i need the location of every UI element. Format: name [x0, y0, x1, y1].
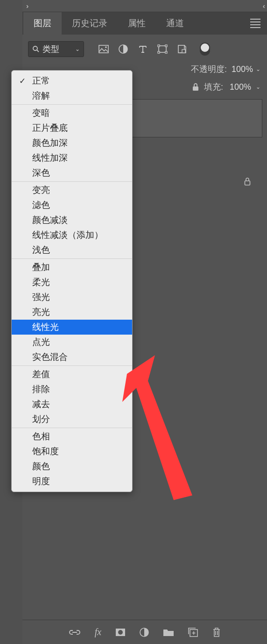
blend-divide[interactable]: 划分 — [12, 412, 132, 427]
blend-linear-dodge[interactable]: 线性减淡（添加） — [12, 228, 132, 243]
chevron-down-icon[interactable]: ⌄ — [256, 84, 260, 90]
blend-color-burn[interactable]: 颜色加深 — [12, 136, 132, 150]
blend-difference[interactable]: 差值 — [12, 367, 132, 382]
blend-hard-mix[interactable]: 实色混合 — [12, 350, 132, 365]
blend-mode-dropdown: 正常 溶解 变暗 正片叠底 颜色加深 线性加深 深色 变亮 滤色 颜色减淡 线性… — [11, 70, 133, 492]
filter-pixel-icon[interactable] — [98, 43, 109, 55]
svg-point-3 — [105, 46, 107, 48]
svg-rect-6 — [158, 45, 160, 47]
panel-header: ›› ‹‹ — [22, 0, 267, 12]
filter-toggle[interactable] — [200, 43, 210, 56]
collapse-right-icon[interactable]: ‹‹ — [263, 2, 263, 10]
tab-properties[interactable]: 属性 — [118, 12, 156, 35]
collapse-left-icon[interactable]: ›› — [26, 2, 27, 10]
blend-color-dodge[interactable]: 颜色减淡 — [12, 213, 132, 228]
adjustment-layer-icon[interactable] — [140, 628, 149, 637]
filter-shape-icon[interactable] — [157, 43, 168, 55]
fill-label: 填充: — [204, 81, 223, 93]
tab-channels[interactable]: 通道 — [156, 12, 194, 35]
bottom-toolbar: fx — [22, 620, 267, 644]
blend-color[interactable]: 颜色 — [12, 459, 132, 474]
blend-normal[interactable]: 正常 — [12, 73, 132, 88]
trash-icon[interactable] — [212, 627, 221, 637]
svg-rect-12 — [193, 86, 198, 91]
blend-luminosity[interactable]: 明度 — [12, 474, 132, 489]
svg-rect-2 — [99, 45, 108, 53]
filter-row: 类型 ⌄ — [22, 35, 267, 62]
tab-history[interactable]: 历史记录 — [62, 12, 118, 35]
blend-dissolve[interactable]: 溶解 — [12, 88, 132, 103]
blend-darker-color[interactable]: 深色 — [12, 165, 132, 180]
svg-point-0 — [33, 46, 37, 50]
filter-type-label: 类型 — [42, 43, 75, 55]
chevron-down-icon[interactable]: ⌄ — [256, 66, 260, 72]
panel-tabs: 图层 历史记录 属性 通道 — [22, 12, 267, 35]
blend-lighten[interactable]: 变亮 — [12, 183, 132, 198]
blend-pin-light[interactable]: 点光 — [12, 335, 132, 350]
opacity-label: 不透明度: — [191, 64, 227, 75]
link-icon[interactable] — [69, 629, 81, 636]
opacity-value[interactable]: 100% — [232, 64, 253, 74]
blend-overlay[interactable]: 叠加 — [12, 260, 132, 275]
blend-vivid-light[interactable]: 亮光 — [12, 305, 132, 320]
blend-subtract[interactable]: 减去 — [12, 397, 132, 412]
fill-value[interactable]: 100% — [230, 82, 251, 92]
svg-rect-13 — [245, 181, 250, 185]
panel-menu-icon[interactable] — [250, 19, 260, 28]
lock-icon[interactable] — [244, 177, 251, 186]
blend-soft-light[interactable]: 柔光 — [12, 275, 132, 290]
lock-icon[interactable] — [192, 83, 199, 91]
folder-icon[interactable] — [163, 628, 174, 637]
mask-icon[interactable] — [115, 628, 126, 637]
new-layer-icon[interactable] — [188, 628, 198, 637]
tab-layers[interactable]: 图层 — [23, 12, 62, 35]
svg-rect-11 — [182, 50, 185, 53]
blend-lighter-color[interactable]: 浅色 — [12, 243, 132, 258]
filter-adjustment-icon[interactable] — [118, 43, 129, 55]
blend-multiply[interactable]: 正片叠底 — [12, 121, 132, 136]
blend-darken[interactable]: 变暗 — [12, 106, 132, 121]
filter-type-text-icon[interactable] — [137, 43, 148, 55]
svg-rect-8 — [158, 51, 160, 53]
blend-hue[interactable]: 色相 — [12, 429, 132, 444]
search-icon — [32, 45, 40, 53]
filter-icons — [98, 43, 210, 56]
chevron-down-icon: ⌄ — [75, 46, 80, 52]
blend-linear-light[interactable]: 线性光 — [12, 320, 132, 335]
blend-exclusion[interactable]: 排除 — [12, 382, 132, 397]
filter-smartobject-icon[interactable] — [176, 43, 188, 55]
blend-screen[interactable]: 滤色 — [12, 198, 132, 213]
fx-icon[interactable]: fx — [95, 627, 101, 637]
svg-rect-7 — [165, 45, 167, 47]
filter-type-select[interactable]: 类型 ⌄ — [28, 41, 84, 57]
svg-line-1 — [37, 50, 39, 52]
blend-saturation[interactable]: 饱和度 — [12, 444, 132, 459]
svg-rect-9 — [165, 51, 167, 53]
blend-linear-burn[interactable]: 线性加深 — [12, 150, 132, 165]
blend-hard-light[interactable]: 强光 — [12, 290, 132, 305]
svg-point-15 — [118, 630, 123, 635]
